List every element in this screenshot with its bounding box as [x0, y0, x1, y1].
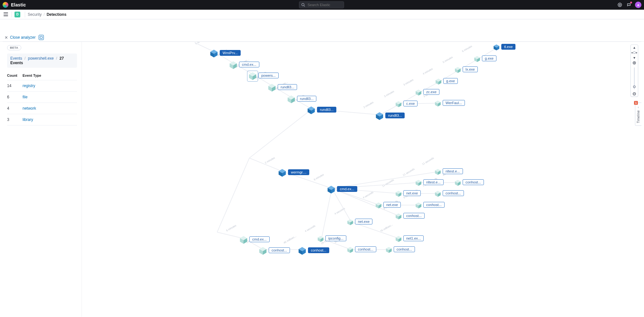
process-node-con_c3[interactable]: conhost...	[258, 246, 290, 255]
breadcrumb-detections[interactable]: Detections	[47, 12, 66, 17]
recenter-button[interactable]	[633, 51, 636, 54]
process-node-cmd2[interactable]: cmd.ex...	[327, 184, 357, 193]
process-node-lx[interactable]: lx.exe	[454, 66, 478, 73]
newsfeed-icon[interactable]	[626, 2, 632, 8]
close-icon[interactable]: ✕	[5, 35, 8, 40]
svg-text:11 seconds: 11 seconds	[382, 178, 395, 187]
table-row[interactable]: 14registry	[7, 80, 77, 92]
process-node-con_c3b[interactable]: conhost...	[298, 246, 329, 255]
notification-dot-icon	[630, 2, 632, 4]
process-node-con_nlt[interactable]: conhost...	[454, 179, 484, 186]
nav-toggle-icon[interactable]	[3, 11, 9, 18]
table-row[interactable]: 4network	[7, 103, 77, 114]
cube-icon	[395, 213, 402, 220]
cube-icon	[434, 168, 441, 175]
event-type-table: Count Event Type 14registry6file4network…	[7, 72, 77, 125]
process-node-ipcfg[interactable]: ipconfig...	[317, 235, 346, 242]
app-header: D Security / Detections	[0, 10, 644, 19]
user-avatar[interactable]: a	[635, 2, 641, 8]
table-row[interactable]: 6file	[7, 92, 77, 103]
zoom-out-button[interactable]	[631, 91, 638, 96]
cell-count: 4	[7, 103, 23, 114]
app-badge-icon[interactable]: D	[14, 12, 20, 17]
process-node-rdl2[interactable]: rundll3...	[287, 94, 316, 103]
cell-type[interactable]: registry	[23, 80, 77, 92]
process-node-net1exe[interactable]: net1.ex...	[395, 235, 424, 242]
pan-right-button[interactable]: ▸	[636, 51, 638, 54]
process-node-label: conhost...	[308, 247, 329, 253]
process-node-rdl3[interactable]: rundll3...	[307, 105, 336, 114]
process-node-label: conhost...	[269, 247, 290, 253]
cube-icon	[385, 246, 392, 253]
process-node-netexe3[interactable]: net.exe	[347, 218, 372, 225]
process-node-con_n2[interactable]: conhost...	[415, 201, 445, 208]
process-node-label: g.exe	[443, 78, 458, 84]
pan-up-button[interactable]: ▴	[631, 45, 638, 50]
cell-type[interactable]: library	[23, 114, 77, 125]
pan-down-button[interactable]: ▾	[631, 55, 638, 60]
process-node-con_mid[interactable]: conhost...	[395, 212, 425, 219]
global-search[interactable]	[299, 1, 344, 8]
zoom-knob[interactable]	[633, 85, 636, 88]
process-node-cmd1[interactable]: cmd.ex...	[229, 60, 259, 69]
process-node-label: cmd.ex...	[337, 186, 357, 192]
pan-nav: ◂ ▸	[631, 50, 638, 55]
process-node-con_ip2[interactable]: conhost...	[385, 246, 415, 253]
table-row[interactable]: 3library	[7, 114, 77, 125]
close-analyzer-button[interactable]: Close analyzer	[10, 35, 35, 40]
svg-text:11 seconds: 11 seconds	[422, 156, 435, 165]
analyzer-view-toggle[interactable]	[39, 35, 44, 40]
breadcrumb-security[interactable]: Security	[28, 12, 42, 17]
process-node-nlt1[interactable]: nltest.e...	[434, 168, 463, 175]
crumb-events[interactable]: Events	[10, 56, 22, 61]
global-search-input[interactable]	[307, 3, 341, 7]
process-node-cmd3[interactable]: cmd.ex...	[239, 235, 270, 244]
process-node-con_ip[interactable]: conhost...	[347, 246, 376, 253]
divider	[12, 12, 12, 17]
timeline-flyout-tab[interactable]: 1 ‹ Timeline	[635, 103, 641, 126]
process-node-label: zc.exe	[423, 89, 439, 95]
process-node-rdl4[interactable]: rundll3...	[375, 111, 405, 120]
process-node-wmi[interactable]: WmiPrv...	[209, 48, 241, 57]
product-name[interactable]: Elastic	[11, 2, 26, 7]
process-node-label: rundll3...	[317, 107, 336, 113]
process-node-g2[interactable]: g.exe	[474, 55, 496, 62]
svg-text:76 millisec...: 76 millisec...	[380, 223, 394, 233]
process-node-label: rundll3...	[278, 84, 297, 90]
process-node-net1[interactable]: net.exe	[395, 190, 421, 197]
process-node-wermgr[interactable]: wermgr....	[278, 168, 309, 177]
process-node-label: conhost...	[423, 202, 445, 208]
divider	[25, 12, 25, 17]
process-node-wer[interactable]: WerFaul...	[434, 99, 465, 106]
process-node-cexe[interactable]: c.exe	[395, 100, 418, 107]
process-node-zc[interactable]: zc.exe	[415, 88, 439, 95]
cube-icon	[347, 246, 354, 253]
cube-icon	[229, 61, 238, 70]
pan-left-button[interactable]: ◂	[631, 51, 633, 54]
cube-icon	[278, 168, 287, 177]
process-node-con_n1[interactable]: conhost...	[434, 190, 464, 197]
global-header: Elastic a	[0, 0, 644, 10]
process-node-rdl1[interactable]: rundll3...	[267, 83, 297, 92]
process-node-powers[interactable]: powers...	[248, 71, 279, 80]
cell-type[interactable]: network	[23, 103, 77, 114]
help-icon[interactable]	[617, 2, 623, 8]
header-center	[26, 1, 617, 8]
process-node-label: net.exe	[403, 190, 421, 196]
col-type: Event Type	[23, 72, 77, 80]
cube-icon	[454, 66, 461, 74]
process-node-label: nltest.e...	[423, 179, 444, 185]
process-node-g1[interactable]: g.exe	[435, 77, 458, 84]
process-tree-graph[interactable]: 6 seconds3 minutes527 millisec...4 secon…	[82, 42, 641, 317]
zoom-slider[interactable]	[631, 65, 638, 91]
cell-type[interactable]: file	[23, 92, 77, 103]
process-node-nlt2[interactable]: nltest.e...	[415, 179, 444, 186]
svg-text:5 minutes: 5 minutes	[442, 56, 454, 64]
cube-icon	[258, 246, 267, 255]
process-node-tl[interactable]: tl.exe	[493, 43, 515, 50]
crumb-process[interactable]: powershell.exe	[28, 56, 54, 61]
process-node-netexe2[interactable]: net.exe	[375, 201, 401, 208]
elastic-logo-icon[interactable]	[3, 2, 8, 8]
svg-point-0	[302, 4, 304, 6]
zoom-in-button[interactable]	[631, 60, 638, 65]
